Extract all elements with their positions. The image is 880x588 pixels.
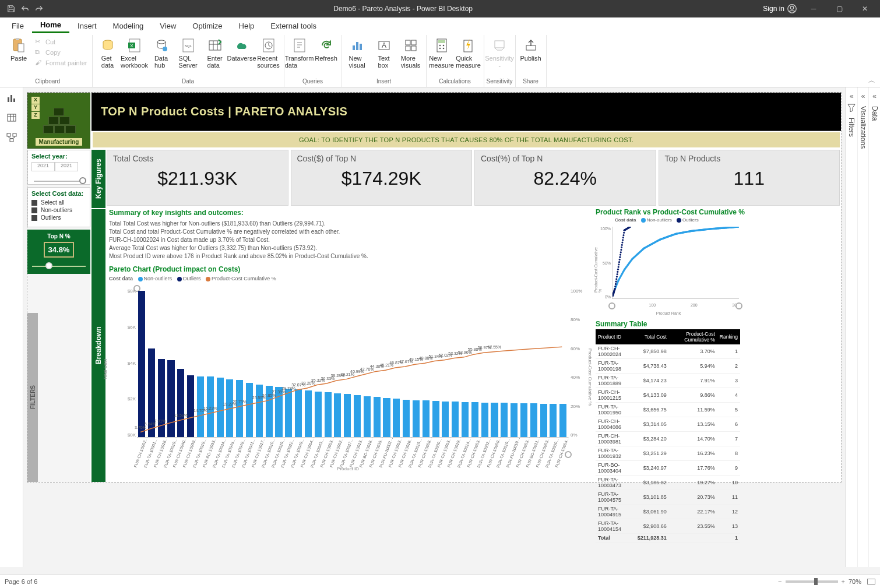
summary-table[interactable]: Product IDTotal CostProduct-Cost Cumulat… bbox=[596, 329, 740, 476]
group-label: Share bbox=[523, 77, 538, 87]
window-title: Demo6 - Pareto Analysis - Power BI Deskt… bbox=[43, 5, 763, 13]
year-slider-knob[interactable] bbox=[79, 177, 86, 184]
report-title: TOP N Product Costs | PARETO ANALYSIS bbox=[91, 93, 841, 131]
tab-insert[interactable]: Insert bbox=[69, 19, 105, 33]
svg-point-393 bbox=[617, 269, 619, 270]
pareto-scroll-right[interactable] bbox=[565, 451, 572, 458]
recent-sources-button[interactable]: Recent sources bbox=[256, 35, 281, 77]
tab-file[interactable]: File bbox=[3, 19, 32, 33]
report-view-icon[interactable] bbox=[6, 92, 17, 104]
chevron-left-icon[interactable]: « bbox=[872, 92, 877, 100]
kpi-top-n-products[interactable]: Top N Products111 bbox=[659, 150, 840, 206]
svg-rect-25 bbox=[406, 40, 410, 45]
chevron-left-icon[interactable]: « bbox=[861, 92, 865, 100]
cut-button[interactable]: ✂Cut bbox=[33, 37, 90, 47]
sensitivity-icon bbox=[491, 37, 508, 54]
publish-button[interactable]: Publish bbox=[518, 35, 544, 77]
sql-server-button[interactable]: SQLSQL Server bbox=[175, 35, 201, 77]
minimize-icon[interactable]: ─ bbox=[803, 0, 824, 17]
kpi-cost-top-n[interactable]: Cost($) of Top N$174.29K bbox=[291, 150, 473, 206]
svg-rect-27 bbox=[406, 46, 410, 51]
key-figures-label: Key Figures bbox=[91, 150, 105, 208]
chevron-left-icon[interactable]: « bbox=[850, 92, 854, 100]
year-slicer[interactable]: Select year: 20212021 bbox=[27, 150, 90, 185]
model-view-icon[interactable] bbox=[6, 132, 17, 143]
svg-point-408 bbox=[623, 232, 625, 234]
new-visual-button[interactable]: New visual bbox=[344, 35, 370, 77]
new-measure-button[interactable]: New measure bbox=[429, 35, 455, 77]
enter-data-button[interactable]: Enter data bbox=[202, 35, 228, 77]
checkbox-outliers[interactable]: Outliers bbox=[31, 214, 86, 221]
format-painter-button[interactable]: 🖌Format painter bbox=[33, 58, 90, 68]
textbox-icon: A bbox=[376, 37, 392, 54]
svg-point-401 bbox=[620, 249, 622, 251]
zoom-out-button[interactable]: − bbox=[778, 578, 782, 585]
visualizations-pane[interactable]: « Visualizations bbox=[857, 87, 869, 567]
filters-pane[interactable]: « Filters bbox=[846, 87, 857, 567]
fit-page-icon[interactable] bbox=[867, 579, 875, 585]
svg-point-402 bbox=[621, 247, 622, 248]
redo-icon[interactable] bbox=[35, 5, 43, 13]
paste-button[interactable]: Paste bbox=[6, 35, 31, 77]
data-hub-button[interactable]: Data hub bbox=[149, 35, 174, 77]
zoom-slider[interactable] bbox=[786, 580, 838, 583]
hub-icon bbox=[153, 37, 170, 54]
tab-optimize[interactable]: Optimize bbox=[184, 19, 230, 33]
tab-external[interactable]: External tools bbox=[262, 19, 325, 33]
top-n-slicer[interactable]: Top N % 34.8% bbox=[27, 230, 90, 274]
quick-measure-button[interactable]: Quick measure bbox=[456, 35, 481, 77]
checkbox-non-outliers[interactable]: Non-outliers bbox=[31, 207, 86, 213]
close-icon[interactable]: ✕ bbox=[854, 0, 875, 17]
svg-point-392 bbox=[617, 271, 618, 273]
transform-button[interactable]: Transform data bbox=[287, 35, 312, 77]
filters-side-label: FILTERS bbox=[27, 313, 38, 482]
rank-scroll-right[interactable] bbox=[735, 302, 742, 309]
rank-chart[interactable]: Product-Cost Cumulative % 100%50%0% 0100… bbox=[596, 224, 741, 315]
funnel-icon bbox=[847, 104, 856, 112]
zoom-in-button[interactable]: + bbox=[842, 578, 845, 585]
publish-icon bbox=[523, 37, 539, 54]
report-canvas[interactable]: X Y Z Manufacturing TOP N Product Costs … bbox=[27, 92, 842, 483]
cut-icon: ✂ bbox=[35, 38, 43, 46]
svg-point-403 bbox=[621, 244, 623, 246]
summary-text[interactable]: Summary of key insights and outcomes: To… bbox=[109, 208, 552, 260]
topn-slider-knob[interactable] bbox=[45, 262, 52, 269]
svg-rect-22 bbox=[360, 44, 362, 50]
tab-home[interactable]: Home bbox=[32, 18, 69, 33]
copy-button[interactable]: ⧉Copy bbox=[33, 48, 90, 57]
svg-point-389 bbox=[615, 278, 617, 280]
rank-title: Product Rank vs Product-Cost Cumulative … bbox=[596, 208, 745, 216]
data-view-icon[interactable] bbox=[6, 112, 17, 124]
text-box-button[interactable]: AText box bbox=[371, 35, 397, 77]
svg-point-386 bbox=[614, 286, 616, 287]
svg-point-395 bbox=[618, 263, 619, 265]
ribbon-collapse-icon[interactable]: ︿ bbox=[864, 76, 880, 87]
more-visuals-button[interactable]: More visuals bbox=[398, 35, 424, 77]
undo-icon[interactable] bbox=[21, 5, 29, 13]
refresh-button[interactable]: Refresh bbox=[314, 35, 339, 77]
pareto-chart[interactable]: Total Cost $8K$6K$4K$2K$0K 100%80%60%40%… bbox=[109, 284, 587, 470]
quick-icon bbox=[460, 37, 477, 54]
tab-view[interactable]: View bbox=[152, 19, 184, 33]
get-data-button[interactable]: Get data bbox=[95, 35, 121, 77]
data-pane[interactable]: « Data bbox=[868, 87, 880, 567]
breakdown-label: Breakdown bbox=[91, 209, 105, 482]
kpi-total-costs[interactable]: Total Costs$211.93K bbox=[107, 150, 288, 206]
zoom-value: 70% bbox=[849, 578, 861, 585]
table-icon bbox=[207, 37, 223, 54]
rank-scroll-left[interactable] bbox=[608, 302, 615, 309]
save-icon[interactable] bbox=[7, 5, 15, 13]
svg-point-32 bbox=[442, 45, 444, 47]
copy-icon: ⧉ bbox=[35, 48, 43, 57]
excel-button[interactable]: XExcel workbook bbox=[122, 35, 147, 77]
kpi-pct-top-n[interactable]: Cost(%) of Top N82.24% bbox=[474, 150, 656, 206]
cost-data-slicer[interactable]: Select Cost data: Select all Non-outlier… bbox=[27, 187, 90, 227]
more-visuals-icon bbox=[403, 37, 419, 54]
tab-modeling[interactable]: Modeling bbox=[105, 19, 152, 33]
signin-button[interactable]: Sign in bbox=[763, 3, 803, 14]
dataverse-button[interactable]: Dataverse bbox=[229, 35, 255, 77]
checkbox-select-all[interactable]: Select all bbox=[31, 199, 86, 206]
sensitivity-button[interactable]: Sensitivity⌄ bbox=[487, 35, 512, 77]
tab-help[interactable]: Help bbox=[231, 19, 263, 33]
maximize-icon[interactable]: ▢ bbox=[829, 0, 850, 17]
